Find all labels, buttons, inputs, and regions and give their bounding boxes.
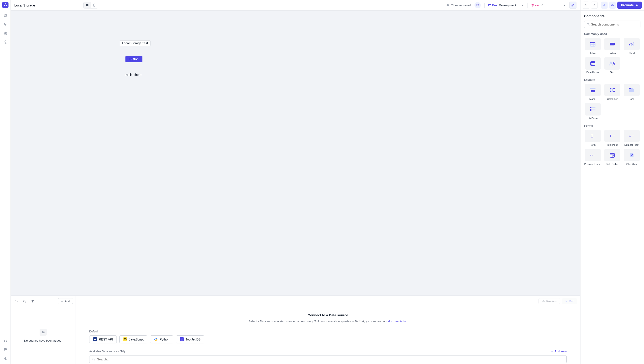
support-icon[interactable] — [2, 337, 9, 344]
env-icon — [488, 4, 491, 7]
query-panel: Add No queries have been added. Preview — [11, 295, 580, 364]
svg-point-68 — [592, 155, 592, 155]
undo-button[interactable] — [583, 2, 589, 9]
settings-icon[interactable] — [2, 39, 9, 46]
svg-point-24 — [612, 5, 613, 5]
component-text[interactable]: Text — [604, 57, 621, 74]
component-checkbox[interactable]: Checkbox — [623, 149, 640, 165]
ds-rest-api[interactable]: REST API — [89, 335, 117, 343]
env-selector[interactable]: Env Development — [488, 4, 524, 7]
run-button[interactable]: Run — [562, 298, 577, 304]
query-body-title: Connect to a Data source — [89, 313, 567, 317]
datasource-search-input[interactable] — [97, 357, 564, 361]
svg-point-23 — [605, 6, 606, 7]
svg-rect-55 — [590, 110, 592, 111]
svg-rect-43 — [591, 90, 595, 92]
add-query-button[interactable]: Add — [58, 298, 73, 304]
query-toolbar: Add — [11, 296, 76, 307]
svg-point-21 — [603, 5, 604, 6]
pages-icon[interactable] — [2, 12, 9, 19]
mobile-view-button[interactable] — [91, 2, 98, 8]
svg-rect-7 — [86, 6, 88, 6]
calendar-icon — [610, 152, 615, 158]
redo-button[interactable] — [591, 2, 598, 9]
component-button[interactable]: Button — [604, 38, 621, 54]
svg-rect-11 — [488, 4, 491, 5]
collapse-icon[interactable] — [14, 298, 20, 304]
component-date-picker[interactable]: Date Picker — [584, 57, 601, 74]
form-icon — [590, 133, 595, 138]
db-icon — [180, 337, 184, 341]
separator — [484, 3, 484, 8]
query-editor-toolbar: Preview Run — [76, 296, 580, 307]
svg-rect-62 — [591, 138, 594, 138]
query-editor-pane: Preview Run Connect to a Data source Sel… — [76, 296, 580, 364]
dark-mode-icon[interactable] — [2, 355, 9, 362]
filter-queries-icon[interactable] — [30, 298, 36, 304]
share-icon — [603, 4, 606, 7]
app-name-input[interactable]: Local Storage — [14, 3, 35, 7]
app-logo[interactable] — [2, 2, 8, 8]
svg-rect-71 — [610, 153, 614, 154]
component-password-input[interactable]: Password Input — [584, 149, 601, 165]
preview-app-button[interactable] — [609, 2, 616, 9]
chevron-down-icon — [563, 4, 566, 7]
component-text-input[interactable]: T Text Input — [604, 130, 621, 146]
svg-rect-64 — [612, 136, 615, 136]
section-commonly-used: Commonly Used — [584, 32, 640, 36]
datasource-search[interactable] — [89, 355, 567, 363]
svg-rect-5 — [6, 341, 7, 342]
inspector-icon[interactable] — [2, 21, 9, 28]
svg-rect-58 — [592, 111, 596, 111]
svg-point-76 — [612, 156, 612, 157]
calendar-icon — [590, 61, 596, 66]
svg-rect-27 — [590, 42, 595, 43]
text-input-widget[interactable]: Local Storage Test — [120, 40, 150, 46]
component-table[interactable]: Table — [584, 38, 601, 54]
plus-icon — [61, 300, 64, 303]
ds-python[interactable]: Python — [150, 335, 173, 343]
component-number-input[interactable]: 1 Number Input — [623, 130, 640, 146]
share-button[interactable] — [601, 2, 608, 9]
component-container[interactable]: Container — [604, 84, 621, 100]
canvas[interactable]: Local Storage Test Button Hello, there! — [11, 11, 580, 295]
refresh-button[interactable] — [569, 2, 576, 9]
component-modal[interactable]: Modal — [584, 84, 601, 100]
number-input-icon: 1 — [629, 134, 634, 138]
preview-button[interactable]: Preview — [538, 298, 560, 304]
components-search[interactable] — [584, 21, 640, 28]
user-avatar[interactable]: KR — [474, 2, 481, 8]
list-icon — [590, 107, 596, 112]
promote-button[interactable]: Promote — [618, 2, 642, 9]
ds-tooljet-db[interactable]: ToolJet DB — [176, 335, 204, 343]
text-widget: Hello, there! — [126, 73, 142, 77]
comment-icon[interactable] — [2, 346, 9, 353]
svg-rect-60 — [591, 134, 593, 134]
component-date-picker-form[interactable]: Date Picker — [604, 149, 621, 165]
add-new-datasource[interactable]: Add new — [550, 350, 567, 353]
right-topbar: Promote — [580, 0, 644, 11]
svg-point-38 — [592, 64, 593, 64]
component-form[interactable]: Form — [584, 130, 601, 146]
svg-rect-56 — [592, 107, 596, 108]
search-queries-icon[interactable] — [22, 298, 28, 304]
svg-rect-53 — [590, 107, 592, 108]
play-icon — [565, 300, 568, 303]
button-widget[interactable]: Button — [126, 56, 142, 62]
component-list-view[interactable]: List View — [584, 103, 601, 120]
components-search-input[interactable] — [591, 23, 638, 26]
svg-point-45 — [610, 88, 611, 89]
cloud-icon — [93, 337, 97, 341]
ds-javascript[interactable]: JS JavaScript — [120, 335, 147, 343]
desktop-view-button[interactable] — [84, 2, 91, 8]
debugger-icon[interactable] — [2, 30, 9, 37]
js-icon: JS — [123, 337, 127, 341]
version-selector[interactable]: ver v1 — [531, 4, 566, 7]
svg-point-31 — [613, 44, 613, 44]
documentation-link[interactable]: documentation — [388, 320, 407, 323]
component-chart[interactable]: Chart — [623, 38, 640, 54]
button-icon — [610, 43, 615, 46]
query-list-pane: Add No queries have been added. — [11, 296, 76, 364]
component-tabs[interactable]: Tabs — [623, 84, 640, 100]
svg-point-37 — [592, 64, 592, 64]
